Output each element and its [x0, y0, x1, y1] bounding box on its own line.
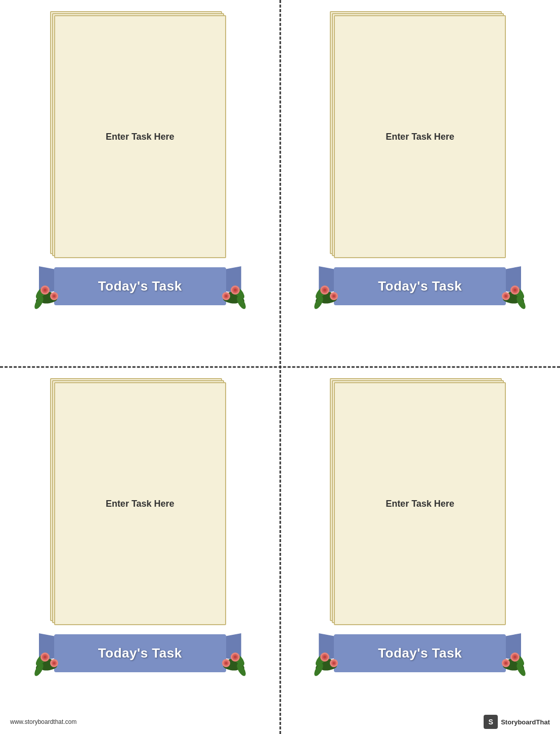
banner-main-tr: Today's Task	[334, 267, 506, 305]
card-top-left: Enter Task Here Today's Task	[0, 0, 280, 367]
banner-bottom-left: Today's Task	[39, 629, 241, 675]
floral-right-top-left	[211, 275, 246, 310]
paper-front-tr: Enter Task Here	[334, 15, 506, 258]
task-placeholder-top-right[interactable]: Enter Task Here	[385, 132, 454, 142]
task-placeholder-bottom-right[interactable]: Enter Task Here	[385, 499, 454, 509]
floral-left-bottom-right	[314, 642, 349, 677]
card-bottom-left: Enter Task Here Today's Task	[0, 367, 280, 734]
floral-right-top-right	[491, 275, 526, 310]
brand-name: StoryboardThat	[501, 718, 550, 726]
banner-text-top-right: Today's Task	[378, 278, 462, 294]
task-placeholder-top-left[interactable]: Enter Task Here	[106, 132, 175, 142]
banner-bottom-right: Today's Task	[319, 629, 521, 675]
svg-point-16	[234, 289, 237, 292]
banner-text-bottom-right: Today's Task	[378, 645, 462, 661]
floral-right-bottom-right	[491, 642, 526, 677]
card-bottom-right: Enter Task Here Today's Task	[280, 367, 561, 734]
card-top-right: Enter Task Here Today's Task	[280, 0, 561, 367]
paper-front-br: Enter Task Here	[334, 382, 506, 625]
svg-point-49	[53, 662, 55, 665]
svg-point-39	[505, 295, 507, 298]
svg-point-79	[505, 662, 507, 665]
svg-point-9	[53, 295, 55, 298]
banner-text-top-left: Today's Task	[98, 278, 182, 294]
paper-stack-top-right: Enter Task Here	[334, 15, 506, 258]
svg-point-19	[225, 295, 227, 298]
svg-point-29	[333, 295, 335, 298]
banner-main-br: Today's Task	[334, 634, 506, 672]
svg-point-36	[513, 289, 516, 292]
svg-point-69	[333, 662, 335, 665]
paper-stack-top-left: Enter Task Here	[54, 15, 226, 258]
svg-point-26	[323, 289, 326, 292]
brand-logo-icon: S	[484, 715, 498, 729]
paper-front-bl: Enter Task Here	[54, 382, 226, 625]
task-placeholder-bottom-left[interactable]: Enter Task Here	[106, 499, 175, 509]
floral-left-bottom-left	[34, 642, 69, 677]
banner-main-bl: Today's Task	[54, 634, 226, 672]
page-grid: Enter Task Here Today's Task	[0, 0, 560, 734]
horizontal-divider	[0, 366, 560, 368]
paper-front: Enter Task Here	[54, 15, 226, 258]
paper-stack-bottom-right: Enter Task Here	[334, 382, 506, 625]
floral-left-top-left	[34, 275, 69, 310]
banner-main: Today's Task	[54, 267, 226, 305]
footer-url: www.storyboardthat.com	[10, 718, 76, 725]
svg-point-76	[513, 656, 516, 659]
svg-point-46	[44, 656, 47, 659]
page-footer: www.storyboardthat.com S StoryboardThat	[0, 715, 560, 729]
banner-text-bottom-left: Today's Task	[98, 645, 182, 661]
svg-point-56	[234, 656, 237, 659]
banner-top-right: Today's Task	[319, 262, 521, 308]
svg-point-59	[225, 662, 227, 665]
svg-point-66	[323, 656, 326, 659]
floral-right-bottom-left	[211, 642, 246, 677]
footer-brand: S StoryboardThat	[484, 715, 550, 729]
paper-stack-bottom-left: Enter Task Here	[54, 382, 226, 625]
floral-left-top-right	[314, 275, 349, 310]
svg-point-6	[44, 289, 47, 292]
banner-top-left: Today's Task	[39, 262, 241, 308]
